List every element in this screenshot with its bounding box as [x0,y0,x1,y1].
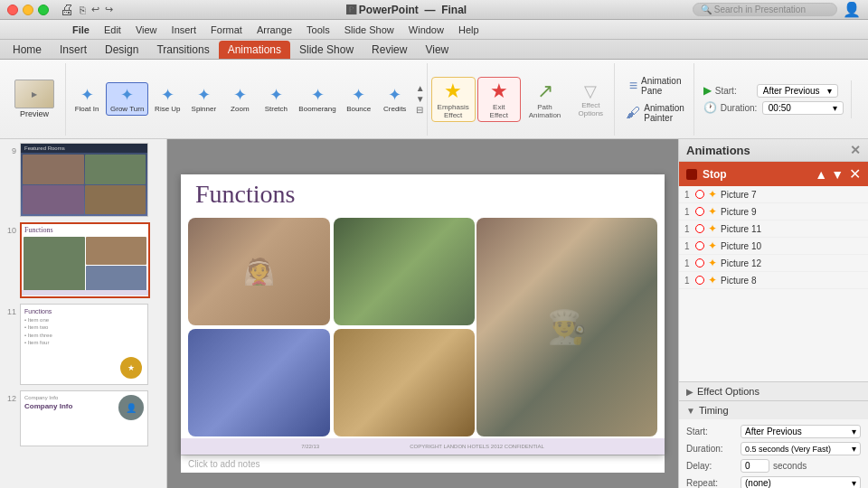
timing-header[interactable]: ▼ Timing [679,401,868,419]
zoom-button[interactable]: ✦ Zoom [222,83,257,115]
animation-painter-button[interactable]: 🖌 AnimationPainter [620,101,689,125]
anim-star-1: ✦ [708,188,717,201]
photo-kitchen [334,218,476,325]
tab-design[interactable]: Design [96,41,147,59]
scroll-down-icon[interactable]: ▼ [416,94,425,104]
animations-panel: Animations ✕ Stop ▲ ▼ ✕ 1 ✦ Picture 7 1 [678,139,868,488]
photo-wedding: 👰 [188,218,330,325]
anim-dot-4 [695,241,704,250]
effect-options-arrow: ▶ [686,387,693,397]
minimize-button[interactable] [23,5,33,15]
scroll-up-icon[interactable]: ▲ [416,83,425,93]
tab-transitions[interactable]: Transitions [147,41,218,59]
effect-options-section: ▶ Effect Options [679,381,868,400]
move-up-button[interactable]: ▲ [815,167,827,182]
menu-item-format[interactable]: Format [211,24,242,35]
anim-row-5[interactable]: 1 ✦ Picture 12 [679,255,868,272]
emphasis-effect-button[interactable]: ★ Emphasis Effect [431,77,476,122]
stop-icon [686,169,697,180]
menu-item-file[interactable]: File [72,24,90,35]
slide-item-9[interactable]: 9 Featured Rooms [4,143,163,217]
rise-up-button[interactable]: ✦ Rise Up [150,83,184,115]
anim-name-3: Picture 11 [721,224,863,234]
panel-close-button[interactable]: ✕ [850,143,861,157]
slide-item-11[interactable]: 11 Functions • Item one• Item two• Item … [4,304,163,385]
timing-duration-label: Duration: [686,444,741,454]
effect-options-header[interactable]: ▶ Effect Options [679,382,868,400]
photo-dining [188,329,330,436]
timing-duration-row: Duration: 0.5 seconds (Very Fast) ▾ [686,442,861,455]
tab-slideshow[interactable]: Slide Show [290,41,363,59]
menu-item-help[interactable]: Help [458,24,479,35]
tab-view[interactable]: View [416,41,458,59]
anim-dot-1 [695,190,704,199]
slide-canvas[interactable]: Functions 👰 [181,174,665,455]
timing-label: Timing [699,405,729,416]
grow-turn-button[interactable]: ✦ Grow Turn [106,82,148,116]
timing-duration-value[interactable]: 0.5 seconds (Very Fast) ▾ [741,442,861,455]
search-box[interactable]: 🔍 Search in Presentation [693,3,837,16]
tab-insert[interactable]: Insert [51,41,96,59]
menu-item-slideshow[interactable]: Slide Show [344,24,394,35]
menu-item-edit[interactable]: Edit [104,24,121,35]
menu-item-tools[interactable]: Tools [307,24,330,35]
timing-repeat-row: Repeat: (none) ▾ [686,476,861,488]
anim-dot-2 [695,207,704,216]
title-bar-right: 🔍 Search in Presentation 👤 [693,1,861,18]
timing-repeat-value[interactable]: (none) ▾ [741,476,861,488]
start-label: Start: [715,86,753,96]
animation-pane-button[interactable]: ≡ AnimationPane [620,74,689,98]
move-down-button[interactable]: ▼ [831,167,844,182]
close-button[interactable] [7,5,18,15]
menu-item-window[interactable]: Window [409,24,444,35]
stop-arrows: ▲ ▼ [815,167,844,182]
exit-effect-button[interactable]: ★ Exit Effect [477,77,521,122]
float-in-button[interactable]: ✦ Float In [70,83,104,115]
anim-star-6: ✦ [708,274,717,286]
slide-item-12[interactable]: 12 Company Info 👤 Company Info [4,390,163,446]
timing-delay-value[interactable]: 0 [741,459,769,473]
path-animation-button[interactable]: ↗ Path Animation [523,77,568,122]
timing-start-label: Start: [686,427,741,436]
remove-button[interactable]: ✕ [849,165,861,183]
slide-item-10[interactable]: 10 Functions [4,222,163,298]
anim-name-5: Picture 12 [721,258,863,268]
anim-row-6[interactable]: 1 ✦ Picture 8 [679,272,868,289]
timing-start-value[interactable]: After Previous ▾ [741,425,861,438]
window-title: 🅿 PowerPoint — Final [120,4,693,16]
stop-bar[interactable]: Stop ▲ ▼ ✕ [679,162,868,186]
tab-home[interactable]: Home [4,41,51,59]
maximize-button[interactable] [38,5,49,15]
expand-icon[interactable]: ⊟ [416,105,425,115]
menu-item-view[interactable]: View [136,24,157,35]
stretch-button[interactable]: ✦ Stretch [259,83,293,115]
preview-button[interactable]: ▶ Preview [9,77,60,121]
start-value[interactable]: After Previous▾ [757,84,838,98]
anim-row-1[interactable]: 1 ✦ Picture 7 [679,186,868,203]
boomerang-button[interactable]: ✦ Boomerang [295,83,339,115]
anim-name-4: Picture 10 [721,241,863,251]
tab-review[interactable]: Review [363,41,416,59]
anim-row-4[interactable]: 1 ✦ Picture 10 [679,238,868,255]
effect-options-button[interactable]: ▽ Effect Options [569,79,612,120]
anim-name-1: Picture 7 [721,190,863,200]
anim-name-6: Picture 8 [721,276,863,286]
anim-dot-5 [695,258,704,267]
notes-bar[interactable]: Click to add notes [181,455,665,473]
app-name: PowerPoint [359,4,419,16]
timing-delay-row: Delay: 0 seconds [686,459,861,473]
effect-options-label: Effect Options [697,386,760,397]
anim-dot-3 [695,224,704,233]
ribbon-tabs: Home Insert Design Transitions Animation… [0,40,868,60]
anim-row-3[interactable]: 1 ✦ Picture 11 [679,221,868,238]
spinner-button[interactable]: ✦ Spinner [186,83,221,115]
duration-value[interactable]: 00:50▾ [762,101,844,115]
menu-item-insert[interactable]: Insert [172,24,197,35]
timing-start-row: Start: After Previous ▾ [686,425,861,438]
bounce-button[interactable]: ✦ Bounce [342,83,376,115]
tab-animations[interactable]: Animations [219,41,290,59]
anim-row-2[interactable]: 1 ✦ Picture 9 [679,203,868,221]
timing-repeat-label: Repeat: [686,478,741,488]
menu-item-arrange[interactable]: Arrange [257,24,292,35]
credits-button[interactable]: ✦ Credits [378,83,412,115]
